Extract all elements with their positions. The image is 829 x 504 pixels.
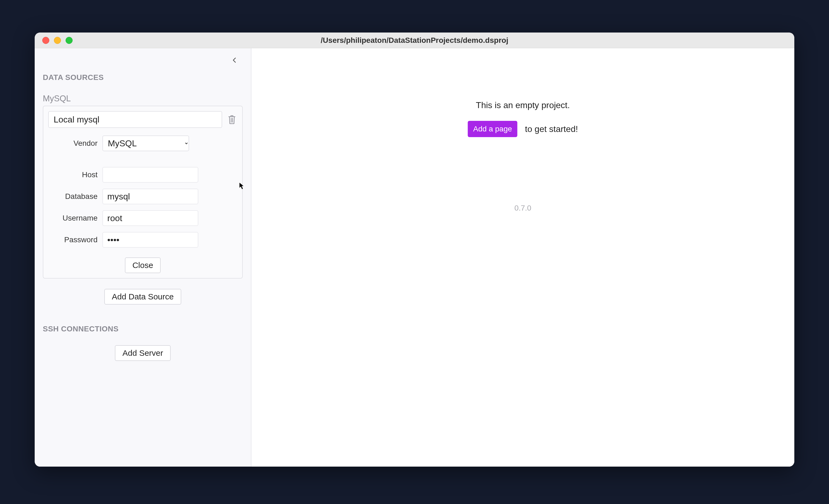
version-label: 0.7.0: [514, 204, 531, 212]
minimize-window-button[interactable]: [54, 37, 61, 44]
vendor-select[interactable]: MySQL: [102, 136, 189, 151]
data-sources-header: DATA SOURCES: [43, 73, 251, 82]
maximize-window-button[interactable]: [66, 37, 73, 44]
titlebar: /Users/philipeaton/DataStationProjects/d…: [35, 33, 794, 48]
collapse-sidebar-button[interactable]: [229, 55, 240, 66]
vendor-label: Vendor: [48, 139, 102, 148]
window-title: /Users/philipeaton/DataStationProjects/d…: [35, 36, 794, 45]
delete-data-source-button[interactable]: [226, 113, 237, 126]
app-window: /Users/philipeaton/DataStationProjects/d…: [35, 33, 794, 467]
empty-project-message: This is an empty project.: [476, 100, 570, 110]
add-server-row: Add Server: [35, 345, 251, 361]
get-started-text: to get started!: [525, 124, 578, 134]
username-label: Username: [48, 214, 102, 222]
add-server-button[interactable]: Add Server: [115, 345, 171, 361]
main-panel: This is an empty project. Add a page to …: [251, 48, 794, 467]
host-row: Host: [48, 167, 237, 183]
database-row: Database: [48, 189, 237, 204]
trash-icon: [227, 115, 236, 124]
traffic-lights: [42, 37, 73, 44]
database-label: Database: [48, 192, 102, 201]
add-data-source-row: Add Data Source: [35, 289, 251, 304]
host-label: Host: [48, 171, 102, 179]
sidebar: DATA SOURCES MySQL Vendor MySQL: [35, 48, 251, 467]
vendor-row: Vendor MySQL: [48, 136, 237, 151]
content: DATA SOURCES MySQL Vendor MySQL: [35, 48, 794, 467]
add-page-row: Add a page to get started!: [468, 121, 578, 137]
password-input[interactable]: [102, 232, 198, 248]
chevron-left-icon: [231, 57, 238, 63]
data-source-type-label: MySQL: [43, 94, 251, 104]
password-label: Password: [48, 236, 102, 244]
data-source-name-row: [48, 111, 237, 128]
close-window-button[interactable]: [42, 37, 49, 44]
username-row: Username: [48, 210, 237, 226]
database-input[interactable]: [102, 189, 198, 204]
close-button[interactable]: Close: [125, 257, 161, 273]
data-source-panel: Vendor MySQL Host Database Username: [43, 106, 243, 279]
add-data-source-button[interactable]: Add Data Source: [104, 289, 181, 304]
password-row: Password: [48, 232, 237, 248]
add-page-button[interactable]: Add a page: [468, 121, 517, 137]
ssh-connections-header: SSH CONNECTIONS: [43, 325, 251, 333]
username-input[interactable]: [102, 210, 198, 226]
host-input[interactable]: [102, 167, 198, 183]
close-button-row: Close: [48, 257, 237, 273]
data-source-name-input[interactable]: [48, 111, 222, 128]
